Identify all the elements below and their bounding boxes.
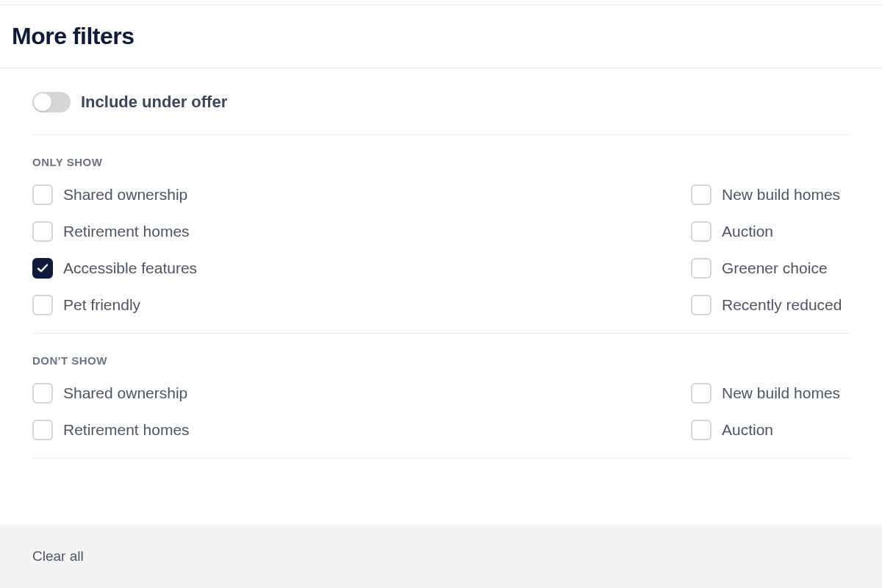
only-show-pet-friendly[interactable]: Pet friendly (32, 295, 426, 315)
checkbox-label: Retirement homes (63, 421, 190, 439)
checkbox-icon (32, 221, 53, 242)
include-under-offer-toggle[interactable] (32, 92, 71, 112)
dont-show-title: DON'T SHOW (32, 354, 850, 367)
checkbox-label: Retirement homes (63, 223, 190, 240)
checkbox-label: New build homes (722, 384, 840, 402)
checkbox-icon (691, 383, 711, 404)
clear-all-button[interactable]: Clear all (32, 548, 84, 564)
checkbox-label: Greener choice (722, 259, 828, 277)
only-show-section: ONLY SHOW Shared ownership Retirem (32, 135, 850, 334)
checkbox-icon (32, 420, 53, 440)
checkbox-icon (32, 258, 53, 279)
dont-show-section: DON'T SHOW Shared ownership Retire (32, 334, 850, 459)
include-under-offer-label: Include under offer (81, 93, 227, 112)
dont-show-shared-ownership[interactable]: Shared ownership (32, 383, 426, 404)
checkbox-label: Auction (722, 421, 773, 439)
page-title: More filters (12, 23, 870, 50)
only-show-accessible-features[interactable]: Accessible features (32, 258, 426, 279)
filters-footer: Clear all (0, 525, 882, 588)
only-show-auction[interactable]: Auction (691, 221, 850, 242)
toggle-knob (34, 93, 51, 111)
checkbox-icon (691, 295, 711, 315)
checkbox-label: Shared ownership (63, 186, 187, 204)
checkbox-label: Pet friendly (63, 296, 140, 314)
checkbox-label: Accessible features (63, 259, 197, 277)
include-under-offer-row: Include under offer (32, 68, 850, 135)
checkbox-icon (32, 184, 53, 205)
checkbox-icon (691, 258, 711, 279)
dont-show-new-build-homes[interactable]: New build homes (691, 383, 850, 404)
only-show-shared-ownership[interactable]: Shared ownership (32, 184, 426, 205)
top-border (0, 0, 882, 5)
only-show-greener-choice[interactable]: Greener choice (691, 258, 850, 279)
checkbox-label: Auction (722, 223, 773, 240)
only-show-recently-reduced[interactable]: Recently reduced (691, 295, 850, 315)
only-show-title: ONLY SHOW (32, 156, 850, 168)
only-show-retirement-homes[interactable]: Retirement homes (32, 221, 426, 242)
checkbox-label: New build homes (722, 186, 840, 204)
checkbox-icon (32, 295, 53, 315)
check-icon (37, 262, 49, 274)
checkbox-icon (691, 420, 711, 440)
checkbox-icon (691, 221, 711, 242)
checkbox-icon (32, 383, 53, 404)
checkbox-label: Shared ownership (63, 384, 187, 402)
dont-show-retirement-homes[interactable]: Retirement homes (32, 420, 426, 440)
dont-show-auction[interactable]: Auction (691, 420, 850, 440)
checkbox-icon (691, 184, 711, 205)
checkbox-label: Recently reduced (722, 296, 842, 314)
only-show-new-build-homes[interactable]: New build homes (691, 184, 850, 205)
filters-header: More filters (0, 5, 882, 68)
